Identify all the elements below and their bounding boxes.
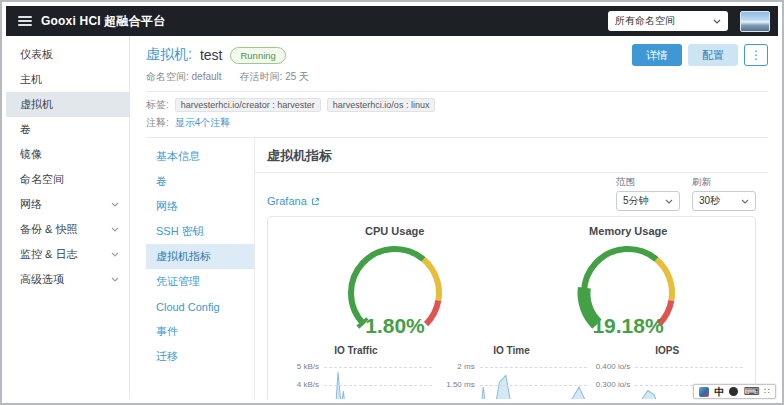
gridline: [635, 367, 743, 368]
tab-events[interactable]: 事件: [146, 319, 254, 344]
range-select[interactable]: 5分钟: [616, 191, 680, 211]
y-tick-label: 3 kB/s: [297, 398, 319, 399]
sidebar-item-label: 虚拟机: [20, 97, 53, 112]
sidebar-item-label: 命名空间: [20, 172, 64, 187]
namespace-filter-select[interactable]: 所有命名空间: [608, 11, 728, 31]
y-tick-label: 1 ms: [457, 398, 474, 399]
chevron-down-icon: [111, 202, 119, 207]
tab-label: 事件: [156, 324, 178, 339]
range-value: 5分钟: [623, 194, 649, 208]
refresh-control: 刷新 30秒: [692, 176, 756, 211]
sidebar-item-advanced[interactable]: 高级选项: [6, 267, 129, 292]
gridline: [324, 385, 432, 386]
metrics-controls: 范围 5分钟 刷新 30秒: [616, 176, 756, 211]
more-actions-button[interactable]: ⋮: [744, 44, 768, 66]
header-right: 所有命名空间: [608, 11, 770, 32]
tab-credentials[interactable]: 凭证管理: [146, 269, 254, 294]
cpu-usage-gauge: CPU Usage1.80%: [278, 223, 512, 341]
sidebar-item-namespaces[interactable]: 命名空间: [6, 167, 129, 192]
chart-title: IOPS: [591, 345, 743, 356]
chevron-down-icon: [111, 252, 119, 257]
svg-text:19.18%: 19.18%: [593, 314, 665, 337]
sidebar-item-label: 镜像: [20, 147, 42, 162]
tab-label: SSH 密钥: [156, 224, 204, 239]
chevron-down-icon: [111, 202, 119, 207]
sidebar-item-networks[interactable]: 网络: [6, 192, 129, 217]
tags-label: 标签:: [146, 98, 169, 112]
sidebar-item-label: 监控 & 日志: [20, 247, 77, 262]
tab-ssh-keys[interactable]: SSH 密钥: [146, 219, 254, 244]
chart-plot: [324, 359, 432, 399]
moon-icon[interactable]: [729, 387, 738, 396]
details-button[interactable]: 详情: [632, 44, 682, 66]
show-annotations-link[interactable]: 显示4个注释: [175, 116, 231, 130]
chevron-down-icon: [111, 277, 119, 282]
tab-volumes[interactable]: 卷: [146, 169, 254, 194]
metrics-toolbar: Grafana 范围 5分钟: [255, 173, 768, 215]
refresh-select[interactable]: 30秒: [692, 191, 756, 211]
namespace-filter-value: 所有命名空间: [615, 14, 675, 28]
sidebar-item-monitoring-logs[interactable]: 监控 & 日志: [6, 242, 129, 267]
range-control: 范围 5分钟: [616, 176, 680, 211]
config-button[interactable]: 配置: [688, 44, 738, 66]
area-chart: [480, 359, 588, 399]
tray-app-icon[interactable]: [699, 387, 709, 397]
sidebar: 仪表板主机虚拟机卷镜像命名空间网络备份 & 快照监控 & 日志高级选项: [6, 36, 130, 399]
age-text: 存活时间: 25 天: [240, 70, 309, 84]
chart-body: 5 kB/s4 kB/s3 kB/s: [280, 359, 432, 399]
keyboard-icon[interactable]: ⌨: [743, 386, 759, 397]
tab-networks[interactable]: 网络: [146, 194, 254, 219]
tab-cloud-config[interactable]: Cloud Config: [146, 294, 254, 319]
chevron-down-icon: [111, 277, 119, 282]
chart-title: IO Time: [436, 345, 588, 356]
tab-label: 基本信息: [156, 149, 200, 164]
chevron-down-icon: [713, 19, 721, 24]
svg-text:1.80%: 1.80%: [365, 314, 425, 337]
chart-title: IO Traffic: [280, 345, 432, 356]
grafana-link[interactable]: Grafana: [267, 195, 320, 207]
menu-icon[interactable]: [18, 16, 32, 26]
y-tick-label: 4 kB/s: [297, 380, 319, 389]
ime-toolbar: 中 ⌨ ∷: [693, 384, 776, 399]
tags-row: 标签: harvesterhci.io/creator : harvesterh…: [146, 98, 768, 112]
tab-basic-info[interactable]: 基本信息: [146, 144, 254, 169]
y-tick-label: 0.400 io/s: [596, 362, 631, 371]
y-tick-label: 5 kB/s: [297, 362, 319, 371]
sidebar-item-backup-snapshot[interactable]: 备份 & 快照: [6, 217, 129, 242]
y-tick-label: 0.200 io/s: [596, 398, 631, 399]
y-tick-label: 0.300 io/s: [596, 380, 631, 389]
mini-chart-row: IO Traffic5 kB/s4 kB/s3 kB/s IO Time2 ms…: [278, 345, 745, 399]
y-tick-label: 1.50 ms: [446, 380, 474, 389]
ime-more-icon[interactable]: ∷: [764, 387, 770, 396]
resource-name: test: [200, 47, 223, 63]
header-actions: 详情 配置 ⋮: [632, 44, 768, 66]
meta-row: 命名空间: default 存活时间: 25 天: [146, 70, 768, 84]
user-avatar[interactable]: [740, 11, 770, 32]
chart-plot: [480, 359, 588, 399]
chart-title: Memory Usage: [589, 225, 667, 237]
area-chart: [324, 359, 432, 399]
sidebar-item-images[interactable]: 镜像: [6, 142, 129, 167]
sidebar-item-hosts[interactable]: 主机: [6, 67, 129, 92]
sidebar-item-virtual-machines[interactable]: 虚拟机: [6, 92, 129, 117]
gauge-chart: 19.18%: [538, 237, 718, 341]
sidebar-item-volumes[interactable]: 卷: [6, 117, 129, 142]
tab-vm-metrics[interactable]: 虚拟机指标: [146, 244, 254, 269]
tab-label: 迁移: [156, 349, 178, 364]
sidebar-item-label: 网络: [20, 197, 42, 212]
tab-label: 凭证管理: [156, 274, 200, 289]
ime-language-indicator[interactable]: 中: [714, 387, 724, 397]
sidebar-item-label: 高级选项: [20, 272, 64, 287]
grafana-link-label: Grafana: [267, 195, 307, 207]
external-link-icon: [311, 197, 320, 206]
sidebar-item-dashboard[interactable]: 仪表板: [6, 42, 129, 67]
refresh-label: 刷新: [692, 176, 756, 189]
chevron-down-icon: [111, 227, 119, 232]
app-body: 仪表板主机虚拟机卷镜像命名空间网络备份 & 快照监控 & 日志高级选项 虚拟机:…: [6, 36, 778, 399]
memory-usage-gauge: Memory Usage19.18%: [512, 223, 746, 341]
tab-migration[interactable]: 迁移: [146, 344, 254, 369]
sidebar-item-label: 备份 & 快照: [20, 222, 77, 237]
refresh-value: 30秒: [699, 194, 720, 208]
chevron-down-icon: [111, 252, 119, 257]
tag-chip: harvesterhci.io/os : linux: [327, 98, 436, 112]
